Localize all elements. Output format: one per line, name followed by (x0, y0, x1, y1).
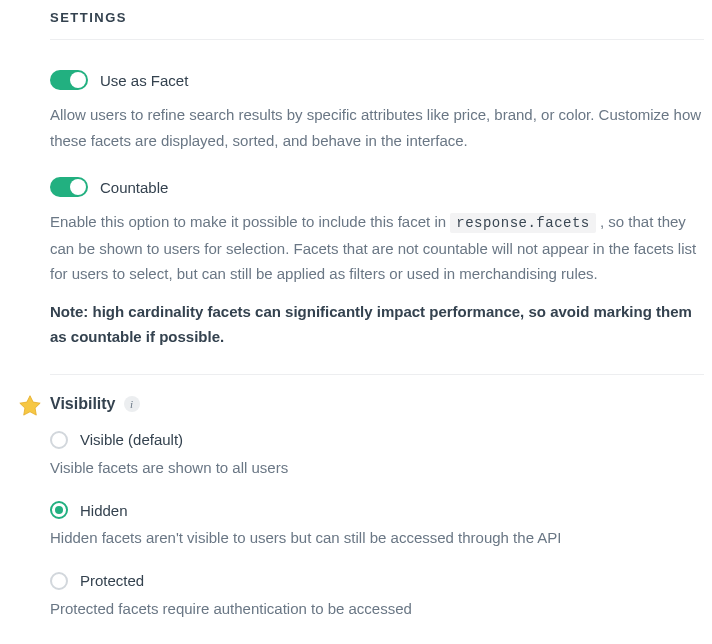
visibility-header: Visibility i (50, 395, 704, 413)
radio-label: Hidden (80, 502, 128, 519)
divider (50, 374, 704, 375)
countable-note: Note: high cardinality facets can signif… (50, 299, 704, 350)
use-as-facet-description: Allow users to refine search results by … (50, 102, 704, 153)
info-icon[interactable]: i (124, 396, 140, 412)
radio-icon[interactable] (50, 572, 68, 590)
radio-icon[interactable] (50, 431, 68, 449)
visibility-option-hidden-desc: Hidden facets aren't visible to users bu… (50, 527, 704, 550)
countable-desc-code: response.facets (450, 213, 596, 233)
star-icon (17, 393, 43, 423)
radio-label: Protected (80, 572, 144, 589)
use-as-facet-toggle[interactable] (50, 70, 88, 90)
divider (50, 39, 704, 40)
countable-toggle[interactable] (50, 177, 88, 197)
radio-label: Visible (default) (80, 431, 183, 448)
visibility-option-protected[interactable]: Protected (50, 572, 704, 590)
visibility-option-visible[interactable]: Visible (default) (50, 431, 704, 449)
countable-row: Countable (50, 177, 704, 197)
use-as-facet-label: Use as Facet (100, 72, 188, 89)
radio-icon[interactable] (50, 501, 68, 519)
countable-description: Enable this option to make it possible t… (50, 209, 704, 287)
countable-label: Countable (100, 179, 168, 196)
visibility-option-protected-desc: Protected facets require authentication … (50, 598, 704, 621)
section-title: SETTINGS (50, 10, 704, 25)
countable-desc-pre: Enable this option to make it possible t… (50, 213, 450, 230)
use-as-facet-row: Use as Facet (50, 70, 704, 90)
visibility-option-visible-desc: Visible facets are shown to all users (50, 457, 704, 480)
visibility-option-hidden[interactable]: Hidden (50, 501, 704, 519)
visibility-title: Visibility (50, 395, 116, 413)
settings-panel: SETTINGS Use as Facet Allow users to ref… (0, 0, 712, 628)
